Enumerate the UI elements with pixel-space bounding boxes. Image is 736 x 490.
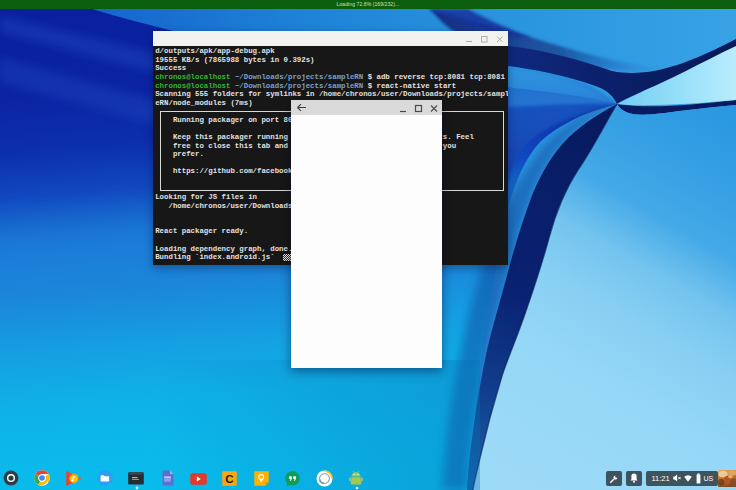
svg-text:C: C (225, 472, 233, 484)
